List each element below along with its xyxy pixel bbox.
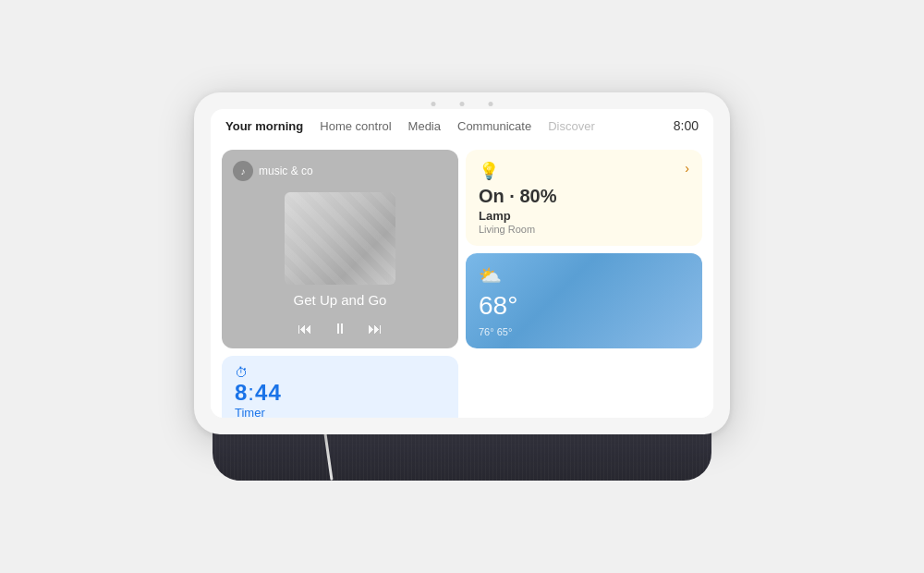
- weather-icon: ⛅: [479, 264, 502, 286]
- lamp-room: Living Room: [479, 224, 689, 235]
- music-source-label: music & co: [259, 165, 313, 177]
- nav-your-morning[interactable]: Your morning: [225, 119, 303, 133]
- lamp-status: On · 80%: [479, 186, 689, 207]
- nav-home-control[interactable]: Home control: [320, 119, 391, 133]
- weather-top: ⛅: [479, 264, 689, 286]
- album-art: [285, 192, 395, 285]
- device-screen: Your morning Home control Media Communic…: [211, 109, 713, 418]
- clock-display: 8:00: [674, 118, 699, 133]
- lamp-card[interactable]: 💡 › On · 80% Lamp Living Room: [466, 150, 702, 246]
- device-screen-body: Your morning Home control Media Communic…: [194, 92, 730, 434]
- nav-media[interactable]: Media: [408, 119, 441, 133]
- nav-discover[interactable]: Discover: [548, 119, 595, 133]
- next-button[interactable]: ⏭: [368, 321, 383, 337]
- camera-dot-center: [460, 102, 465, 106]
- navigation-bar: Your morning Home control Media Communic…: [211, 109, 713, 142]
- lamp-top-row: 💡 ›: [479, 161, 689, 181]
- timer-minutes: 44: [255, 380, 282, 405]
- power-cable: [320, 431, 333, 481]
- music-service-icon: ♪: [233, 161, 253, 181]
- device-stand: [213, 431, 711, 481]
- google-nest-hub: Your morning Home control Media Communic…: [194, 92, 730, 481]
- timer-icon: ⏱: [235, 365, 248, 380]
- weather-range: 76° 65°: [479, 326, 689, 337]
- weather-card[interactable]: ⛅ 68° 76° 65°: [466, 253, 702, 349]
- timer-hours: 8: [235, 380, 248, 405]
- lamp-name: Lamp: [479, 209, 689, 223]
- lamp-icon: 💡: [479, 161, 499, 181]
- previous-button[interactable]: ⏮: [298, 321, 312, 337]
- timer-colon: :: [248, 380, 255, 405]
- camera-dot-left: [432, 102, 436, 106]
- weather-high: 76°: [479, 326, 494, 337]
- pause-button[interactable]: ⏸: [333, 321, 347, 337]
- timer-header: ⏱: [235, 365, 445, 380]
- playback-controls: ⏮ ⏸ ⏭: [298, 321, 383, 337]
- track-title: Get Up and Go: [294, 292, 387, 308]
- nav-communicate[interactable]: Communicate: [457, 119, 531, 133]
- music-card[interactable]: ♪ music & co Get Up and Go ⏮ ⏸ ⏭: [222, 150, 458, 348]
- weather-low: 65°: [497, 326, 513, 337]
- lamp-chevron-icon[interactable]: ›: [685, 161, 689, 176]
- music-header: ♪ music & co: [233, 161, 313, 181]
- camera-dots: [432, 102, 493, 106]
- content-grid: ♪ music & co Get Up and Go ⏮ ⏸ ⏭ �: [211, 142, 713, 418]
- camera-dot-right: [489, 102, 493, 106]
- timer-label: Timer: [235, 406, 445, 418]
- weather-temperature: 68°: [479, 291, 689, 321]
- timer-card[interactable]: ⏱ 8:44 Timer: [222, 356, 458, 418]
- timer-display: 8:44: [235, 380, 445, 406]
